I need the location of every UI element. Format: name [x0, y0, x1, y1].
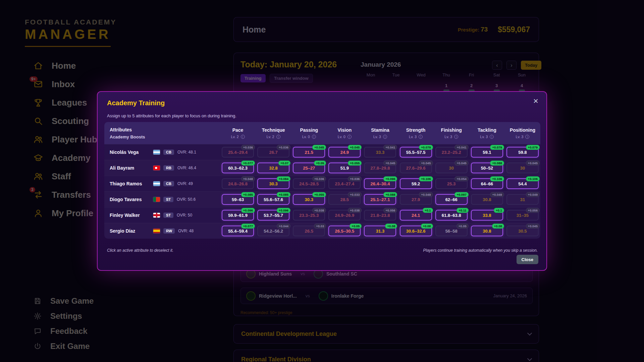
attr-cell-stamina[interactable]: 31.3+0.08	[364, 226, 396, 236]
info-icon[interactable]: i	[347, 135, 352, 139]
column-header-vision: VisionLv. 0 i	[327, 127, 362, 139]
training-table: AttributesAcademy BoostsPaceLv. 2 iTechn…	[104, 122, 540, 239]
position-badge: CB	[163, 149, 174, 155]
boost-badge: +0.05	[350, 224, 362, 229]
close-icon[interactable]: ×	[533, 97, 538, 105]
training-table-body: Nicolás VegaCBOVR: 48.125.4–29.4+0.03626…	[104, 144, 540, 239]
info-icon[interactable]: i	[276, 135, 280, 139]
attr-cell-technique[interactable]: 26.7+0.036	[257, 147, 289, 158]
modal-close-button[interactable]: Close	[517, 255, 538, 264]
attr-cell-vision[interactable]: 26.5–30.5+0.05	[328, 226, 361, 236]
attr-cell-stamina[interactable]: 26.4–30.4+0.096	[364, 178, 396, 189]
player-name: Nicolás Vega	[110, 149, 150, 155]
boost-badge: +0.106	[490, 176, 504, 181]
attr-value: 31.3	[376, 229, 384, 234]
attr-cell-tackling[interactable]: 30.8+0.049	[471, 194, 503, 205]
attr-cell-pace[interactable]: 24.8–26.8+0.048	[222, 178, 254, 189]
attr-cell-stamina[interactable]: 33.3+0.041	[364, 147, 396, 158]
attr-cell-technique[interactable]: 32.8+0.07	[257, 163, 289, 173]
boost-badge: +0.085	[241, 192, 255, 197]
boost-badge: +0.077	[241, 224, 255, 229]
boost-badge: +0.079	[419, 145, 433, 150]
player-row-ali-bayram: Ali BayramRBOVR: 46.460.3–62.3+0.07732.8…	[104, 160, 540, 176]
info-icon[interactable]: i	[312, 135, 316, 139]
attr-cell-technique[interactable]: 54.2–56.2+0.044	[257, 226, 289, 236]
boost-level-label: Lv. 3 i	[362, 135, 398, 139]
attr-cell-positioning[interactable]: 30+0.045	[506, 163, 539, 173]
attr-cell-passing[interactable]: 24.5–28.5+0.036	[293, 178, 325, 189]
attr-cell-positioning[interactable]: 54.4+0.106	[506, 178, 539, 189]
attr-cell-technique[interactable]: 53.7–55.7+0.096	[257, 210, 289, 221]
attr-cell-finishing[interactable]: 62–66+0.097	[435, 194, 468, 205]
boost-badge: +0.106	[419, 176, 433, 181]
attr-value: 51.9	[340, 166, 349, 171]
boost-badge: +0.048	[241, 176, 255, 181]
info-icon[interactable]: i	[241, 135, 245, 139]
attr-cell-passing[interactable]: 23.3–25.3+0.038	[293, 210, 325, 221]
attr-cell-vision[interactable]: 51.9+0.055	[328, 163, 361, 173]
attr-cell-vision[interactable]: 24.9–26.9+0.038	[328, 210, 361, 221]
attr-cell-tackling[interactable]: 59.1+0.079	[471, 147, 503, 158]
attr-cell-vision[interactable]: 24.9+0.045	[328, 147, 361, 158]
attr-cell-finishing[interactable]: 56–58+0.05	[435, 226, 468, 236]
attr-cell-technique[interactable]: 30.3+0.084	[257, 178, 289, 189]
attr-value: 59.9–61.9	[228, 213, 248, 218]
boost-badge: +0.05	[457, 224, 469, 229]
boost-badge: +0.041	[454, 145, 468, 150]
info-icon[interactable]: i	[383, 135, 387, 139]
attr-cell-passing[interactable]: 30.3+0.055	[293, 194, 325, 205]
info-icon[interactable]: i	[525, 135, 529, 139]
attr-cell-finishing[interactable]: 25.3+0.054	[435, 178, 468, 189]
boost-badge: +0.036	[241, 145, 255, 150]
attr-cell-finishing[interactable]: 30+0.045	[435, 163, 468, 173]
attr-cell-positioning[interactable]: 31+0.049	[506, 194, 539, 205]
attr-cell-strength[interactable]: 27.9+0.049	[400, 194, 432, 205]
player-row-diogo-tavares: Diogo TavaresSTOVR: 50.659–63+0.08555.6–…	[104, 191, 540, 207]
attr-cell-positioning[interactable]: 31–35+0.056	[506, 210, 539, 221]
attr-cell-strength[interactable]: 24.1+0.1	[400, 210, 432, 221]
attr-cell-tackling[interactable]: 64–66+0.106	[471, 178, 503, 189]
attr-cell-finishing[interactable]: 61.8–63.8+0.11	[435, 210, 468, 221]
attr-value: 25.3	[447, 181, 455, 186]
attr-cell-tackling[interactable]: 33.8+0.1	[471, 210, 503, 221]
attr-cell-strength[interactable]: 59.2+0.106	[400, 178, 432, 189]
player-name: Thiago Ramos	[110, 181, 150, 186]
attr-cell-positioning[interactable]: 30.5+0.045	[506, 226, 539, 236]
attr-cell-stamina[interactable]: 25.1–27.1+0.088	[364, 194, 396, 205]
attr-cell-pace[interactable]: 60.3–62.3+0.077	[222, 163, 254, 173]
attr-cell-strength[interactable]: 30.6–32.6+0.08	[400, 226, 432, 236]
attr-cell-stamina[interactable]: 27.8–29.8+0.045	[364, 163, 396, 173]
attr-cell-tackling[interactable]: 50–52+0.088	[471, 163, 503, 173]
info-icon[interactable]: i	[419, 135, 423, 139]
attr-cell-vision[interactable]: 28.5+0.033	[328, 194, 361, 205]
attr-cell-stamina[interactable]: 21.8–23.8+0.056	[364, 210, 396, 221]
attr-cell-passing[interactable]: 26.5+0.03	[293, 226, 325, 236]
flag-icon-ar	[153, 150, 160, 155]
attr-cell-technique[interactable]: 55.6–57.6+0.085	[257, 194, 289, 205]
boost-badge: +0.085	[277, 192, 290, 197]
attr-cell-pace[interactable]: 25.4–29.4+0.036	[222, 147, 254, 158]
attr-cell-passing[interactable]: 25–27+0.05	[293, 163, 325, 173]
attr-cell-pace[interactable]: 59–63+0.085	[222, 194, 254, 205]
attr-value: 21.8–23.8	[371, 213, 390, 218]
info-icon[interactable]: i	[490, 135, 494, 139]
attr-cell-pace[interactable]: 59.9–61.9+0.096	[222, 210, 254, 221]
attr-cell-finishing[interactable]: 23.2–25.2+0.041	[435, 147, 468, 158]
boost-level-label: Lv. 0 i	[291, 135, 327, 139]
info-icon[interactable]: i	[454, 135, 458, 139]
attr-value: 55.4–59.4	[228, 229, 248, 234]
boost-badge: +0.08	[385, 224, 397, 229]
attr-value: 30.3	[269, 181, 278, 186]
attr-cell-tackling[interactable]: 30.8+0.08	[471, 226, 503, 236]
attr-cell-positioning[interactable]: 59.8+0.079	[506, 147, 539, 158]
boost-badge: +0.036	[312, 176, 326, 181]
player-ovr: OVR: 50.6	[177, 197, 196, 202]
attr-cell-strength[interactable]: 55.5–57.5+0.079	[400, 147, 432, 158]
attr-value: 26.5–30.5	[335, 229, 354, 234]
attr-cell-passing[interactable]: 21.5+0.045	[293, 147, 325, 158]
attr-value: 24.1	[412, 213, 420, 218]
attr-cell-vision[interactable]: 23.4–27.4+0.036	[328, 178, 361, 189]
attr-cell-strength[interactable]: 27.6–29.6+0.045	[400, 163, 432, 173]
boost-badge: +0.038	[312, 208, 326, 213]
attr-cell-pace[interactable]: 55.4–59.4+0.077	[222, 226, 254, 236]
